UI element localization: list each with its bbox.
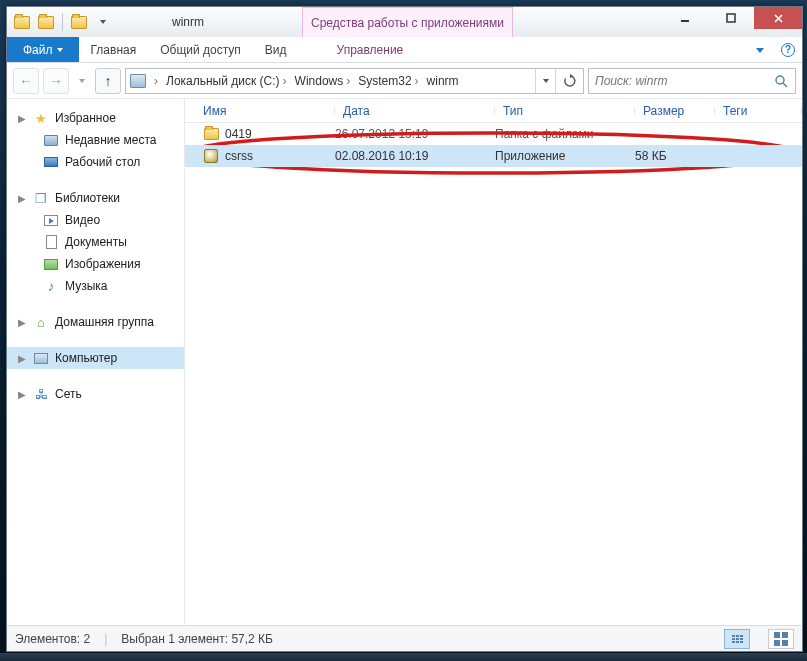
file-tab-label: Файл: [23, 43, 53, 57]
history-dropdown[interactable]: [73, 68, 91, 94]
folder-icon: [204, 128, 219, 140]
column-headers: Имя Дата Тип Размер Теги: [185, 99, 802, 123]
column-size[interactable]: Размер: [635, 104, 715, 118]
tree-caret-icon[interactable]: ▶: [17, 353, 27, 364]
crumb-windows[interactable]: Windows›: [291, 74, 355, 88]
caret-down-icon: [57, 48, 63, 52]
column-date[interactable]: Дата: [335, 104, 495, 118]
sidebar-label: Видео: [65, 213, 100, 227]
file-name: csrss: [225, 149, 253, 163]
qat-properties[interactable]: [35, 11, 57, 33]
column-name[interactable]: Имя: [185, 104, 335, 118]
close-button[interactable]: [754, 7, 802, 29]
chevron-right-icon: ›: [154, 74, 158, 88]
up-button[interactable]: ↑: [95, 68, 121, 94]
view-large-icons-button[interactable]: [768, 629, 794, 649]
chevron-right-icon: ›: [346, 74, 350, 88]
address-bar[interactable]: › Локальный диск (C:)› Windows› System32…: [125, 68, 584, 94]
application-icon: [204, 149, 218, 163]
file-rows: 0419 26.07.2012 15:19 Папка с файлами cs…: [185, 123, 802, 167]
crumb-drive[interactable]: Локальный диск (C:)›: [162, 74, 291, 88]
window-title: winrm: [172, 15, 204, 29]
sidebar-item-documents[interactable]: ▶ Документы: [7, 231, 184, 253]
tree-caret-icon[interactable]: ▶: [17, 317, 27, 328]
crumb-winrm[interactable]: winrm: [423, 74, 463, 88]
column-type[interactable]: Тип: [495, 104, 635, 118]
sidebar-item-desktop[interactable]: ▶ Рабочий стол: [7, 151, 184, 173]
expand-ribbon-button[interactable]: [746, 37, 774, 63]
minimize-button[interactable]: [662, 7, 708, 29]
crumb-label: System32: [358, 74, 411, 88]
window-icon[interactable]: [11, 11, 33, 33]
sidebar-item-recent[interactable]: ▶ Недавние места: [7, 129, 184, 151]
refresh-icon: [563, 74, 577, 88]
explorer-body: ▶ ★ Избранное ▶ Недавние места ▶ Рабочий…: [7, 99, 802, 625]
file-row-csrss[interactable]: csrss 02.08.2016 10:19 Приложение 58 КБ: [185, 145, 802, 167]
pictures-icon: [44, 259, 58, 270]
column-tags[interactable]: Теги: [715, 104, 802, 118]
file-list-pane[interactable]: Имя Дата Тип Размер Теги 0419 26.07.2012…: [185, 99, 802, 625]
qat-newfolder[interactable]: [68, 11, 90, 33]
taskbar[interactable]: [0, 653, 807, 661]
sidebar-label: Компьютер: [55, 351, 117, 365]
sidebar-item-favorites[interactable]: ▶ ★ Избранное: [7, 107, 184, 129]
computer-icon: [34, 353, 48, 364]
search-input[interactable]: [589, 74, 767, 88]
maximize-button[interactable]: [708, 7, 754, 29]
tree-caret-icon[interactable]: ▶: [17, 113, 27, 124]
sidebar-label: Недавние места: [65, 133, 156, 147]
svg-line-3: [783, 83, 787, 87]
navigation-row: ← → ↑ › Локальный диск (C:)› Windows› Sy…: [7, 63, 802, 99]
sidebar-label: Изображения: [65, 257, 140, 271]
navigation-pane[interactable]: ▶ ★ Избранное ▶ Недавние места ▶ Рабочий…: [7, 99, 185, 625]
title-bar[interactable]: winrm Средства работы с приложениями: [7, 7, 802, 37]
svg-rect-0: [681, 20, 689, 22]
sidebar-item-homegroup[interactable]: ▶ ⌂ Домашняя группа: [7, 311, 184, 333]
sidebar-item-libraries[interactable]: ▶ ❐ Библиотеки: [7, 187, 184, 209]
search-box[interactable]: [588, 68, 796, 94]
music-icon: ♪: [43, 278, 59, 294]
tab-home[interactable]: Главная: [79, 37, 149, 62]
tab-view[interactable]: Вид: [253, 37, 299, 62]
help-icon: ?: [781, 43, 795, 57]
status-bar: Элементов: 2 | Выбран 1 элемент: 57,2 КБ: [7, 625, 802, 651]
search-button[interactable]: [767, 74, 795, 88]
forward-button[interactable]: →: [43, 68, 69, 94]
sidebar-item-music[interactable]: ▶ ♪ Музыка: [7, 275, 184, 297]
explorer-window: winrm Средства работы с приложениями Фай…: [6, 6, 803, 652]
desktop-icon: [44, 157, 58, 167]
caret-down-icon: [756, 48, 764, 53]
help-button[interactable]: ?: [774, 37, 802, 63]
file-row-folder[interactable]: 0419 26.07.2012 15:19 Папка с файлами: [185, 123, 802, 145]
video-icon: [44, 215, 58, 226]
file-date: 26.07.2012 15:19: [335, 127, 495, 141]
address-dropdown[interactable]: [535, 69, 555, 93]
file-tab[interactable]: Файл: [7, 37, 79, 62]
sidebar-item-computer[interactable]: ▶ Компьютер: [7, 347, 184, 369]
tab-share[interactable]: Общий доступ: [148, 37, 253, 62]
desktop-background: winrm Средства работы с приложениями Фай…: [0, 0, 807, 661]
sidebar-label: Избранное: [55, 111, 116, 125]
qat-dropdown[interactable]: [92, 11, 114, 33]
sidebar-label: Домашняя группа: [55, 315, 154, 329]
ribbon-tabs: Файл Главная Общий доступ Вид Управление…: [7, 37, 802, 63]
view-details-button[interactable]: [724, 629, 750, 649]
tree-caret-icon[interactable]: ▶: [17, 193, 27, 204]
sidebar-item-videos[interactable]: ▶ Видео: [7, 209, 184, 231]
star-icon: ★: [33, 110, 49, 126]
back-button[interactable]: ←: [13, 68, 39, 94]
sidebar-item-network[interactable]: ▶ 🖧 Сеть: [7, 383, 184, 405]
sidebar-item-pictures[interactable]: ▶ Изображения: [7, 253, 184, 275]
sidebar-label: Сеть: [55, 387, 82, 401]
window-controls: [662, 7, 802, 29]
document-icon: [46, 235, 57, 249]
tree-caret-icon[interactable]: ▶: [17, 389, 27, 400]
sidebar-label: Документы: [65, 235, 127, 249]
refresh-button[interactable]: [555, 69, 583, 93]
caret-down-icon: [79, 79, 85, 83]
svg-rect-1: [727, 14, 735, 22]
crumb-root-arrow[interactable]: ›: [150, 74, 162, 88]
tab-manage[interactable]: Управление: [325, 37, 416, 62]
crumb-system32[interactable]: System32›: [354, 74, 422, 88]
sidebar-label: Рабочий стол: [65, 155, 140, 169]
